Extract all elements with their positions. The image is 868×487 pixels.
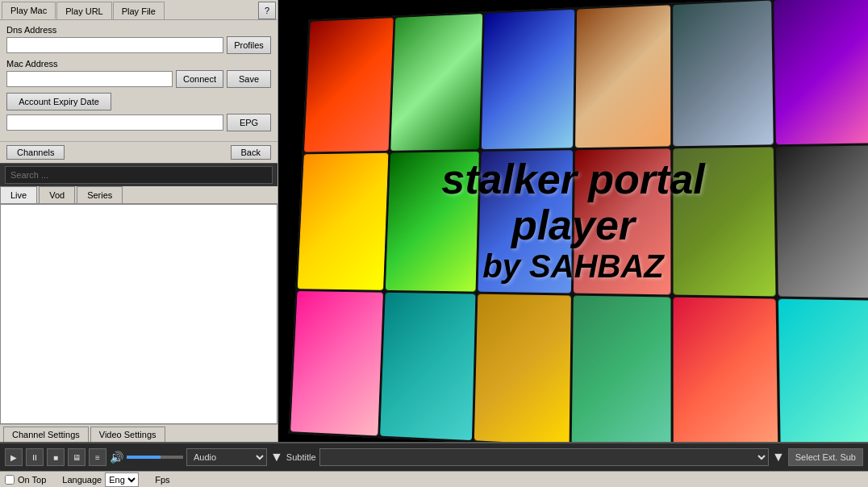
epg-button[interactable]: EPG — [227, 114, 271, 131]
tab-play-url[interactable]: Play URL — [56, 2, 111, 19]
dns-label: Dns Address — [6, 25, 271, 35]
mosaic-cell-14 — [380, 293, 475, 440]
mosaic-cell-8 — [386, 152, 478, 292]
mosaic-cell-12 — [776, 145, 868, 298]
mac-label: Mac Address — [6, 59, 271, 69]
back-button[interactable]: Back — [231, 145, 271, 160]
tab-live[interactable]: Live — [0, 186, 37, 203]
tab-series[interactable]: Series — [77, 186, 123, 203]
video-mosaic — [288, 0, 868, 442]
account-expiry-row: Account Expiry Date EPG — [6, 93, 271, 131]
transport-bar: ▶ ⏸ ■ 🖥 ≡ 🔊 Audio ▼ Subtitle ▼ Select Ex… — [0, 442, 868, 471]
tab-play-mac[interactable]: Play Mac — [2, 2, 56, 19]
settings-tabs: Channel Settings Video Settings — [0, 424, 278, 442]
mosaic-cell-9 — [478, 150, 573, 293]
language-label: Language — [62, 475, 102, 485]
mosaic-cell-10 — [574, 148, 671, 295]
mac-row: Mac Address Connect Save — [6, 59, 271, 88]
dns-input[interactable] — [6, 37, 223, 53]
search-bar — [0, 164, 278, 186]
mosaic-cell-15 — [474, 294, 571, 442]
channels-back-row: Channels Back — [0, 141, 278, 164]
content-tabs: Live Vod Series — [0, 186, 278, 204]
tab-video-settings[interactable]: Video Settings — [90, 427, 165, 442]
mosaic-cell-5 — [673, 1, 773, 146]
tab-play-file[interactable]: Play File — [113, 2, 165, 19]
fps-label: Fps — [155, 475, 169, 485]
pause-button[interactable]: ⏸ — [26, 448, 44, 466]
volume-slider[interactable] — [127, 456, 183, 459]
mosaic-cell-17 — [674, 298, 778, 442]
tab-channel-settings[interactable]: Channel Settings — [3, 427, 89, 442]
mosaic-cell-2 — [391, 14, 482, 151]
channel-list[interactable] — [0, 204, 278, 424]
left-panel: Play Mac Play URL Play File ? Dns Addres… — [0, 0, 278, 442]
mosaic-cell-7 — [298, 152, 389, 290]
stop-button[interactable]: ■ — [47, 448, 65, 466]
mosaic-cell-6 — [774, 0, 868, 144]
mosaic-cell-18 — [778, 299, 868, 442]
channels-button[interactable]: Channels — [6, 145, 65, 160]
dns-row: Dns Address Profiles — [6, 25, 271, 54]
on-top-label: On Top — [18, 475, 46, 485]
mosaic-cell-11 — [674, 147, 775, 297]
video-area: stalker portal player by SAHBAZ — [278, 0, 868, 442]
mosaic-cell-3 — [481, 10, 574, 149]
form-area: Dns Address Profiles Mac Address Connect… — [0, 20, 278, 141]
profiles-button[interactable]: Profiles — [227, 36, 271, 54]
audio-dropdown[interactable]: Audio — [186, 448, 267, 466]
mosaic-cell-4 — [575, 5, 671, 148]
mosaic-cell-13 — [290, 291, 383, 435]
screen-button[interactable]: 🖥 — [68, 448, 86, 466]
status-bar: On Top Language Eng Fps — [0, 471, 868, 487]
on-top-checkbox[interactable] — [5, 475, 15, 485]
audio-dropdown-arrow[interactable]: ▼ — [270, 450, 283, 464]
ext-sub-button[interactable]: Select Ext. Sub — [788, 448, 863, 466]
tab-vod[interactable]: Vod — [39, 186, 75, 203]
volume-icon: 🔊 — [110, 451, 123, 464]
save-button[interactable]: Save — [227, 70, 271, 88]
subtitle-dropdown-arrow[interactable]: ▼ — [772, 450, 785, 464]
subtitle-dropdown[interactable] — [319, 448, 769, 466]
top-tabs: Play Mac Play URL Play File ? — [0, 0, 278, 20]
language-dropdown[interactable]: Eng — [105, 472, 139, 487]
right-panel: stalker portal player by SAHBAZ — [278, 0, 868, 442]
on-top-item: On Top — [5, 475, 46, 485]
connect-button[interactable]: Connect — [176, 70, 223, 88]
help-button[interactable]: ? — [258, 2, 276, 19]
mosaic-cell-16 — [572, 296, 671, 442]
subtitle-label: Subtitle — [286, 452, 316, 462]
list-button[interactable]: ≡ — [89, 448, 106, 466]
language-item: Language Eng — [62, 472, 139, 487]
search-input[interactable] — [5, 166, 273, 184]
expiry-input[interactable] — [6, 114, 223, 131]
mac-input[interactable] — [6, 71, 173, 87]
account-expiry-button[interactable]: Account Expiry Date — [6, 93, 111, 110]
mosaic-cell-1 — [304, 18, 394, 152]
fps-item: Fps — [155, 475, 169, 485]
play-button[interactable]: ▶ — [5, 448, 23, 466]
